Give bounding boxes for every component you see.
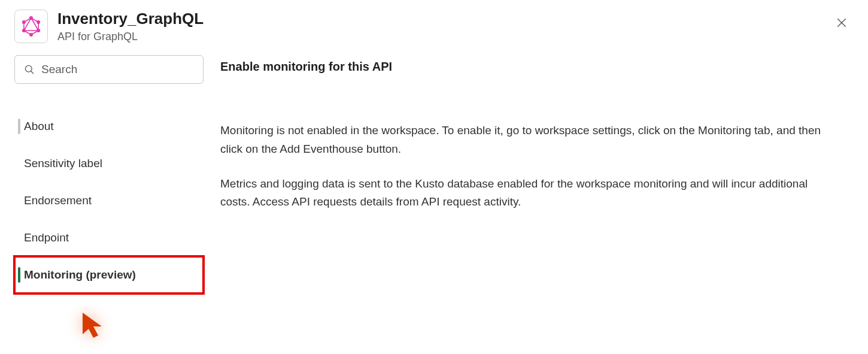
cursor-annotation-icon: [78, 310, 107, 344]
close-icon: [836, 17, 848, 29]
sidebar-item-label: Monitoring (preview): [24, 268, 136, 282]
svg-point-6: [22, 29, 26, 32]
close-button[interactable]: [832, 13, 851, 32]
search-box[interactable]: [14, 55, 204, 84]
sidebar-item-label: About: [24, 120, 54, 133]
sidebar: About Sensitivity label Endorsement Endp…: [14, 55, 204, 294]
content-heading: Enable monitoring for this API: [220, 60, 838, 74]
search-icon: [23, 63, 35, 75]
nav-indicator: [18, 156, 20, 171]
sidebar-item-label: Sensitivity label: [24, 157, 102, 170]
sidebar-item-label: Endpoint: [24, 231, 69, 244]
svg-point-2: [29, 16, 33, 20]
content-panel: Enable monitoring for this API Monitorin…: [204, 55, 838, 294]
nav-indicator: [18, 193, 20, 208]
content-paragraph: Monitoring is not enabled in the workspa…: [220, 122, 838, 158]
content-paragraph: Metrics and logging data is sent to the …: [220, 175, 838, 211]
nav-indicator: [18, 267, 20, 283]
page-subtitle: API for GraphQL: [57, 31, 204, 43]
search-input[interactable]: [41, 63, 195, 76]
sidebar-item-monitoring[interactable]: Monitoring (preview): [14, 256, 204, 294]
sidebar-item-sensitivity[interactable]: Sensitivity label: [14, 145, 204, 182]
sidebar-item-endpoint[interactable]: Endpoint: [14, 219, 204, 256]
sidebar-item-about[interactable]: About: [14, 108, 204, 145]
svg-point-5: [29, 33, 33, 37]
sidebar-item-label: Endorsement: [24, 194, 92, 207]
page-title: Inventory_GraphQL: [57, 10, 204, 28]
sidebar-item-endorsement[interactable]: Endorsement: [14, 182, 204, 219]
nav-indicator: [18, 119, 20, 134]
nav-indicator: [18, 230, 20, 246]
nav-list: About Sensitivity label Endorsement Endp…: [14, 108, 204, 294]
svg-point-3: [37, 20, 40, 24]
graphql-icon: [14, 10, 48, 43]
svg-marker-1: [24, 18, 38, 31]
svg-line-11: [31, 71, 34, 74]
svg-point-7: [22, 20, 26, 24]
header: Inventory_GraphQL API for GraphQL: [0, 0, 868, 55]
title-block: Inventory_GraphQL API for GraphQL: [57, 10, 204, 43]
svg-marker-12: [83, 313, 102, 338]
content-body: Monitoring is not enabled in the workspa…: [220, 122, 838, 211]
svg-point-10: [25, 66, 32, 72]
svg-point-4: [37, 29, 40, 32]
